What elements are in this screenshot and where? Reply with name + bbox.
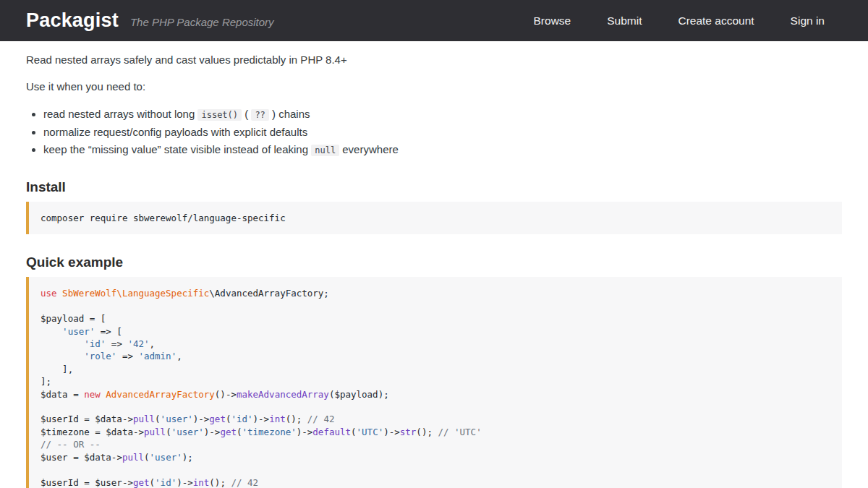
example-code-block: use SbWereWolf\LanguageSpecific\Advanced…: [26, 277, 842, 488]
code-token: (: [155, 414, 161, 424]
top-nav: Packagist The PHP Package Repository Bro…: [0, 0, 868, 41]
nav-link-browse[interactable]: Browse: [534, 14, 571, 27]
code-token: 'id': [84, 338, 106, 349]
code-token: = [: [84, 313, 106, 324]
code-token: $payload: [334, 389, 378, 400]
code-token: => [: [95, 326, 122, 337]
code-token: )->: [297, 427, 313, 437]
code-token: =: [68, 389, 85, 400]
code-token: pull: [144, 427, 166, 437]
code-token: 'timezone': [242, 427, 297, 437]
nav-link-create-account[interactable]: Create account: [678, 14, 754, 27]
code-token: ()->: [215, 389, 237, 400]
code-token: $data: [95, 414, 122, 424]
code-token: // 42: [307, 414, 335, 424]
code-token: str: [400, 427, 417, 437]
code-token: ->: [133, 427, 144, 437]
code-token: =>: [106, 338, 127, 349]
code-token: [41, 351, 84, 361]
code-token: )->: [193, 414, 210, 424]
install-code: composer require sbwerewolf/language-spe…: [41, 213, 286, 223]
code-token: $timezone: [41, 427, 90, 437]
code-token: get: [220, 427, 237, 437]
code-token: )->: [204, 427, 221, 437]
code-token: use: [41, 288, 62, 299]
code-token: );: [182, 452, 193, 463]
code-token: int: [193, 477, 210, 488]
code-token: $data: [106, 427, 133, 437]
code-token: SbWereWolf\LanguageSpecific: [62, 288, 209, 299]
code-token: 'id': [155, 477, 176, 488]
code-token: (: [144, 452, 150, 463]
code-token: 'user': [150, 452, 182, 463]
inline-code: null: [311, 145, 339, 156]
code-token: $data: [41, 389, 68, 400]
main-nav: BrowseSubmitCreate accountSign in: [534, 14, 825, 27]
list-item: read nested arrays without long isset() …: [43, 106, 842, 124]
code-token: ,: [176, 351, 182, 361]
code-token: =: [68, 452, 85, 463]
code-token: new: [84, 389, 106, 400]
install-code-block: composer require sbwerewolf/language-spe…: [26, 202, 842, 234]
inline-code: isset(): [197, 109, 242, 121]
code-token: 'id': [231, 414, 252, 424]
code-token: [41, 338, 84, 349]
code-token: int: [269, 414, 286, 424]
code-token: AdvancedArrayFactory: [106, 389, 215, 400]
code-token: makeAdvancedArray: [237, 389, 329, 400]
code-token: ->: [122, 477, 133, 488]
code-token: get: [209, 414, 226, 424]
list-item: keep the “missing value” state visible i…: [43, 141, 842, 159]
code-token: \AdvancedArrayFactory;: [209, 288, 329, 299]
code-token: ();: [416, 427, 438, 437]
code-token: ();: [209, 477, 231, 488]
code-token: $user: [41, 452, 68, 463]
code-token: );: [378, 389, 389, 400]
quick-example-heading: Quick example: [26, 254, 842, 270]
code-token: pull: [133, 414, 155, 424]
code-token: 'role': [84, 351, 116, 361]
code-token: =: [90, 427, 106, 437]
inline-code: ??: [251, 109, 268, 121]
code-token: 'user': [161, 414, 193, 424]
code-token: 'admin': [138, 351, 176, 361]
code-token: )->: [383, 427, 400, 437]
code-token: (: [150, 477, 156, 488]
code-token: $data: [84, 452, 111, 463]
code-token: // 42: [231, 477, 258, 488]
code-token: [41, 326, 62, 337]
code-token: '42': [127, 338, 149, 349]
readme-content: Read nested arrays safely and cast value…: [0, 41, 868, 488]
brand-logo[interactable]: Packagist: [26, 9, 119, 32]
code-token: (: [237, 427, 242, 437]
code-token: pull: [122, 452, 144, 463]
brand-tagline: The PHP Package Repository: [130, 16, 274, 28]
nav-link-submit[interactable]: Submit: [607, 14, 642, 27]
code-token: $payload: [41, 313, 84, 324]
readme-intro: Read nested arrays safely and cast value…: [26, 52, 842, 67]
nav-link-sign-in[interactable]: Sign in: [791, 14, 825, 27]
code-token: 'UTC': [357, 427, 384, 437]
code-token: ->: [122, 414, 133, 424]
code-token: )->: [176, 477, 193, 488]
code-token: // -- OR --: [41, 439, 101, 450]
code-token: $userId: [41, 414, 79, 424]
code-token: $user: [95, 477, 122, 488]
code-token: )->: [253, 414, 270, 424]
code-token: 'user': [171, 427, 204, 437]
list-item: normalize request/config payloads with e…: [43, 124, 842, 141]
code-token: ],: [41, 364, 73, 374]
readme-use-when: Use it when you need to:: [26, 79, 842, 94]
code-token: (: [166, 427, 171, 437]
code-token: ,: [150, 338, 156, 349]
code-token: ];: [41, 376, 51, 387]
code-token: get: [133, 477, 150, 488]
code-token: default: [312, 427, 351, 437]
code-token: // 'UTC': [438, 427, 481, 437]
code-token: $userId: [41, 477, 79, 488]
code-token: 'user': [62, 326, 95, 337]
code-token: ->: [111, 452, 122, 463]
code-token: (: [351, 427, 357, 437]
code-token: ();: [286, 414, 307, 424]
code-token: =>: [116, 351, 138, 361]
